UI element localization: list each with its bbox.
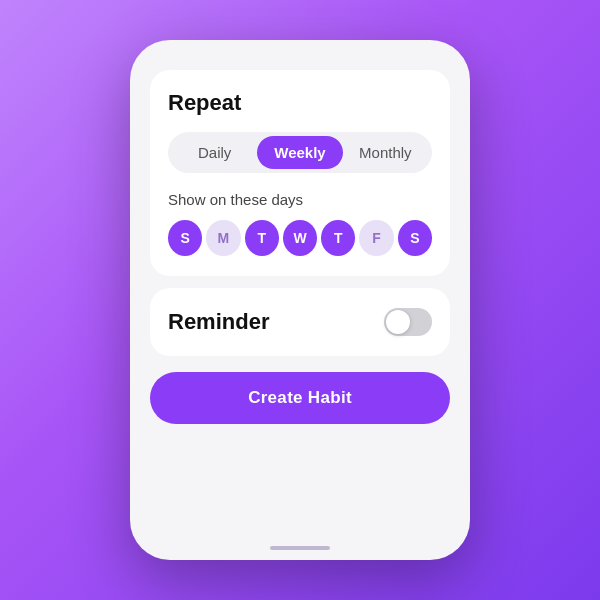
day-thursday[interactable]: T [321,220,355,256]
reminder-label: Reminder [168,309,269,335]
repeat-tabs: Daily Weekly Monthly [168,132,432,173]
home-indicator [270,546,330,550]
repeat-card: Repeat Daily Weekly Monthly Show on thes… [150,70,450,276]
reminder-card: Reminder [150,288,450,356]
tab-weekly[interactable]: Weekly [257,136,342,169]
create-habit-button[interactable]: Create Habit [150,372,450,424]
toggle-thumb [386,310,410,334]
day-sunday[interactable]: S [168,220,202,256]
phone-frame: Repeat Daily Weekly Monthly Show on thes… [130,40,470,560]
repeat-title: Repeat [168,90,432,116]
tab-monthly[interactable]: Monthly [343,136,428,169]
days-row: S M T W T F S [168,220,432,256]
day-monday[interactable]: M [206,220,240,256]
day-tuesday[interactable]: T [245,220,279,256]
day-saturday[interactable]: S [398,220,432,256]
tab-daily[interactable]: Daily [172,136,257,169]
day-friday[interactable]: F [359,220,393,256]
show-days-label: Show on these days [168,191,432,208]
day-wednesday[interactable]: W [283,220,317,256]
reminder-toggle[interactable] [384,308,432,336]
